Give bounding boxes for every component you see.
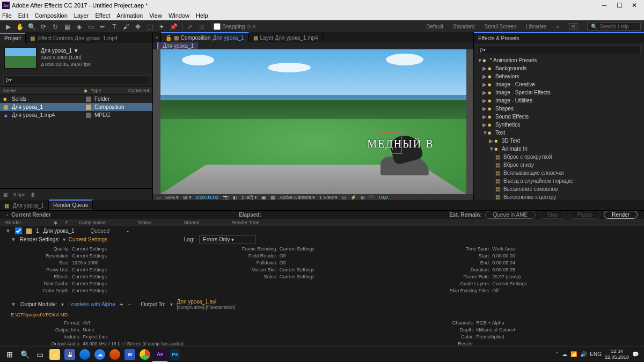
preset-item[interactable]: ▤Высыпание символов — [474, 185, 644, 193]
category-item[interactable]: ▶■ Shapes — [474, 105, 644, 113]
tab-layer[interactable]: ▦ Layer Для урока_1.mp4 — [249, 33, 323, 42]
brush-tool-icon[interactable]: 🖌 — [121, 22, 131, 32]
workspace-more-icon[interactable]: » — [556, 24, 559, 29]
menu-file[interactable]: File — [2, 12, 12, 19]
category-item[interactable]: ▶■ 3D Text — [474, 137, 644, 145]
workspace-default[interactable]: Default — [426, 24, 443, 29]
menu-view[interactable]: View — [149, 12, 162, 19]
delete-icon[interactable]: 🗑 — [31, 192, 35, 197]
3d-view[interactable]: Active Camera ▾ — [280, 195, 315, 200]
tab-composition[interactable]: 🔒 ▦ Composition Для урока_1 — [161, 32, 249, 42]
expand-icon[interactable]: › — [6, 212, 8, 218]
puppet-tool-icon[interactable]: 📌 — [169, 22, 178, 32]
pause-button[interactable]: Pause — [569, 211, 601, 219]
render-checkbox[interactable] — [15, 227, 22, 234]
exposure[interactable]: +0,0 — [378, 195, 388, 200]
project-search[interactable]: ρ▾ — [3, 75, 149, 84]
remove-output-icon[interactable]: − — [128, 301, 131, 308]
local-axis-icon[interactable]: ⬈ — [185, 22, 195, 32]
pixel-aspect-icon[interactable]: ⊡ — [342, 195, 346, 200]
menu-animation[interactable]: Animation — [116, 12, 143, 19]
category-item[interactable]: ▶■ Image - Creative — [474, 80, 644, 88]
roto-tool-icon[interactable]: ✦ — [157, 22, 166, 32]
search-icon[interactable]: 🔍 — [17, 347, 32, 362]
wifi-icon[interactable]: 📶 — [570, 351, 577, 357]
effects-presets-title[interactable]: Effects & Presets — [474, 32, 644, 43]
resolution[interactable]: (Half) ▾ — [241, 195, 257, 200]
tab-project[interactable]: Project — [0, 33, 26, 43]
add-output-icon[interactable]: + — [120, 301, 123, 308]
task-view-icon[interactable]: ▭ — [32, 347, 47, 362]
timeline-icon[interactable]: ⊞ — [361, 195, 365, 200]
comp-breadcrumb[interactable]: Для урока_1 — [157, 42, 198, 49]
fast-preview-icon[interactable]: ⚡ — [350, 195, 356, 200]
onedrive-icon[interactable]: ☁ — [92, 347, 107, 362]
orbit-tool-icon[interactable]: ⟳ — [39, 22, 48, 32]
category-item[interactable]: ▶■ Image - Utilities — [474, 97, 644, 105]
type-tool-icon[interactable]: T — [109, 22, 119, 32]
stop-button[interactable]: Stop — [539, 211, 566, 219]
search-help[interactable]: 🔍 Search Help — [587, 23, 641, 31]
cloud-icon[interactable]: ☁ — [562, 351, 567, 357]
preset-item[interactable]: ▤Въезд в случайном порядке — [474, 177, 644, 185]
output-to-link[interactable]: Для урока_1.avi — [177, 299, 236, 305]
notifications-icon[interactable]: 💬 — [632, 351, 639, 357]
label-icon[interactable]: ◆ — [84, 88, 87, 93]
transparency-icon[interactable]: ▦ — [270, 195, 275, 200]
zoom-tool-icon[interactable]: 🔍 — [27, 22, 36, 32]
label-color[interactable] — [86, 105, 91, 110]
explorer-icon[interactable]: 📁 — [47, 347, 62, 362]
channel-icon[interactable]: ◐ — [233, 195, 237, 200]
magnification-icon[interactable]: ▭ — [156, 195, 161, 200]
effects-search[interactable]: ρ▾ — [477, 45, 641, 54]
lock-icon[interactable]: 🔒 — [165, 35, 172, 41]
menu-help[interactable]: Help — [196, 12, 208, 19]
minimize-button[interactable]: ─ — [597, 2, 612, 9]
workspace-libraries[interactable]: Libraries — [526, 24, 546, 29]
menu-window[interactable]: Window — [169, 12, 189, 19]
output-path-link[interactable]: E:\GTNproject\УРОКИ MD — [11, 312, 68, 317]
tab-timeline[interactable]: ▦ Для урока_1 — [0, 201, 49, 210]
flowchart-icon[interactable]: ⧂ — [369, 194, 374, 200]
interpret-icon[interactable]: ▦ — [3, 192, 8, 197]
render-settings-link[interactable]: Current Settings — [69, 237, 107, 242]
project-row-footage[interactable]: ▲ Для урока_1.mp4 MPEG — [0, 111, 152, 119]
category-item[interactable]: ▶■ Behaviors — [474, 72, 644, 80]
snapshot-icon[interactable]: 📷 — [223, 195, 229, 200]
rq-item-row[interactable]: ▼ 1 Для урока_1 Queued - — [0, 226, 644, 235]
tab-effect-controls[interactable]: ▦ Effect Controls Для урока_1.mp4 — [26, 34, 122, 43]
label-color[interactable] — [86, 97, 91, 102]
preset-item[interactable]: ▤Вытеснение к центру — [474, 193, 644, 200]
tray-expand-icon[interactable]: ˄ — [556, 351, 559, 357]
category-item[interactable]: ▶■ Backgrounds — [474, 64, 644, 72]
rotate-tool-icon[interactable]: ↻ — [50, 22, 60, 32]
tab-close-icon[interactable]: × — [153, 33, 161, 42]
zoom-level[interactable]: 50% ▾ — [165, 195, 179, 200]
bpc-toggle[interactable]: 8 bpc — [13, 192, 25, 197]
menu-effect[interactable]: Effect — [95, 12, 110, 19]
shape-tool-icon[interactable]: ▭ — [86, 22, 96, 32]
language-indicator[interactable]: ENG — [590, 351, 602, 357]
workspace-small[interactable]: Small Screen — [485, 24, 516, 29]
start-button[interactable]: ⊞ — [2, 347, 17, 362]
preset-item[interactable]: ▤Вброс снизу — [474, 161, 644, 169]
firefox-icon[interactable] — [107, 347, 122, 362]
category-item[interactable]: ▼■ Text — [474, 129, 644, 137]
category-item[interactable]: ▶■ Image - Special Effects — [474, 88, 644, 97]
category-item[interactable]: ▼■ Animate In — [474, 145, 644, 153]
selection-tool-icon[interactable]: ▶ — [3, 22, 13, 32]
pen-tool-icon[interactable]: ✒ — [98, 22, 107, 32]
output-module-link[interactable]: Lossless with Alpha — [68, 301, 115, 307]
maximize-button[interactable]: ☐ — [612, 2, 627, 9]
reset-workspace-icon[interactable]: ⟲ — [569, 23, 577, 30]
menu-layer[interactable]: Layer — [74, 12, 89, 19]
label-color[interactable] — [86, 113, 91, 118]
eraser-tool-icon[interactable]: ⬚ — [145, 22, 155, 32]
workspace-standard[interactable]: Standard — [453, 24, 475, 29]
text-layer-overlay[interactable]: МЕДНЫЙ В — [367, 138, 434, 150]
camera-tool-icon[interactable]: ▦ — [62, 22, 72, 32]
category-item[interactable]: ▶■ Synthetics — [474, 121, 644, 129]
log-dropdown[interactable]: Errors Only ▾ — [199, 235, 256, 243]
world-axis-icon[interactable]: ⊞ — [197, 22, 207, 32]
snap-opt-icon[interactable]: ⧉ ⌘ — [247, 24, 256, 30]
